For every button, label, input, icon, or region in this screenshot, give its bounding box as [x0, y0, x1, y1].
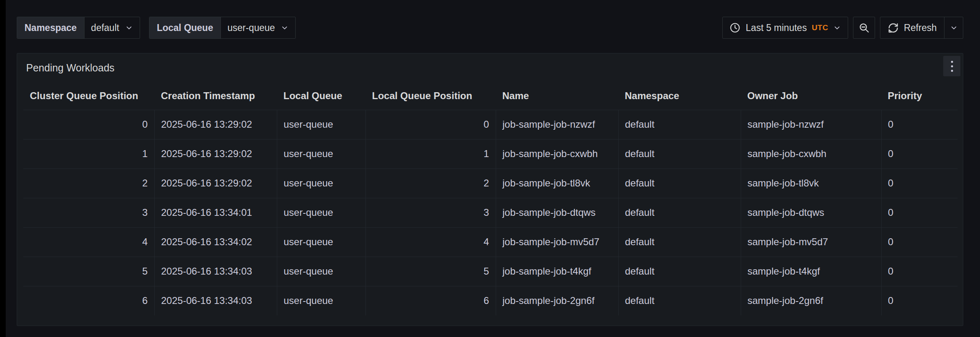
table-cell: 3 — [23, 198, 154, 227]
table-row: 02025-06-16 13:29:02user-queue0job-sampl… — [23, 110, 958, 139]
column-header[interactable]: Namespace — [618, 82, 741, 110]
table-cell: 2025-06-16 13:34:02 — [154, 227, 277, 257]
table-row: 22025-06-16 13:29:02user-queue2job-sampl… — [23, 168, 958, 198]
table-cell: 1 — [365, 139, 496, 168]
column-header[interactable]: Priority — [881, 82, 958, 110]
variable-namespace-value: default — [91, 22, 119, 33]
chevron-down-icon — [281, 24, 289, 32]
table-cell: 4 — [365, 227, 496, 257]
table-cell: job-sample-job-2gn6f — [496, 286, 618, 315]
table-cell: 0 — [881, 139, 958, 168]
toolbar-right-group: Last 5 minutes UTC — [722, 17, 963, 39]
variable-local-queue-select[interactable]: user-queue — [221, 17, 295, 38]
refresh-label: Refresh — [904, 22, 937, 33]
table-cell: job-sample-job-cxwbh — [496, 139, 618, 168]
table-cell: sample-job-cxwbh — [741, 139, 881, 168]
table-cell: job-sample-job-nzwzf — [496, 110, 618, 139]
column-header[interactable]: Cluster Queue Position — [23, 82, 154, 110]
table-cell: 2 — [365, 168, 496, 198]
table-row: 42025-06-16 13:34:02user-queue4job-sampl… — [23, 227, 958, 257]
table-cell: sample-job-2gn6f — [741, 286, 881, 315]
timezone-label: UTC — [812, 23, 829, 32]
chevron-down-icon — [833, 24, 841, 32]
data-table: Cluster Queue PositionCreation Timestamp… — [23, 82, 958, 315]
kebab-menu-icon — [951, 61, 953, 72]
table-cell: default — [618, 286, 741, 315]
table-cell: user-queue — [277, 168, 365, 198]
table-cell: default — [618, 257, 741, 286]
column-header[interactable]: Local Queue Position — [365, 82, 496, 110]
table-cell: job-sample-job-tl8vk — [496, 168, 618, 198]
table-cell: 2025-06-16 13:29:02 — [154, 168, 277, 198]
refresh-interval-dropdown[interactable] — [944, 17, 963, 38]
table-row: 52025-06-16 13:34:03user-queue5job-sampl… — [23, 257, 958, 286]
table-body: 02025-06-16 13:29:02user-queue0job-sampl… — [23, 110, 958, 315]
variable-local-queue-value: user-queue — [227, 22, 275, 33]
table-row: 12025-06-16 13:29:02user-queue1job-sampl… — [23, 139, 958, 168]
refresh-icon — [888, 22, 899, 33]
table-cell: default — [618, 168, 741, 198]
table-cell: sample-job-mv5d7 — [741, 227, 881, 257]
variable-namespace-select[interactable]: default — [85, 17, 140, 38]
refresh-button[interactable]: Refresh — [880, 17, 944, 38]
dashboard-content: Namespace default Local Queue user-queue — [17, 17, 963, 326]
variable-namespace: Namespace default — [17, 17, 140, 39]
table-cell: 5 — [23, 257, 154, 286]
table-cell: user-queue — [277, 257, 365, 286]
dashboard-toolbar: Namespace default Local Queue user-queue — [17, 17, 963, 39]
table-cell: sample-job-t4kgf — [741, 257, 881, 286]
chevron-down-icon — [125, 24, 133, 32]
table-cell: default — [618, 110, 741, 139]
time-range-label: Last 5 minutes — [746, 22, 807, 33]
table-cell: 2025-06-16 13:34:03 — [154, 257, 277, 286]
table-cell: user-queue — [277, 139, 365, 168]
zoom-out-icon — [858, 22, 870, 33]
column-header[interactable]: Owner Job — [741, 82, 881, 110]
table-cell: default — [618, 139, 741, 168]
panel-title[interactable]: Pending Workloads — [26, 62, 114, 74]
variable-local-queue: Local Queue user-queue — [149, 17, 296, 39]
table-cell: 1 — [23, 139, 154, 168]
pending-workloads-table: Cluster Queue PositionCreation Timestamp… — [23, 82, 957, 315]
table-cell: 2025-06-16 13:29:02 — [154, 139, 277, 168]
panel-menu-button[interactable] — [943, 56, 960, 76]
table-cell: user-queue — [277, 110, 365, 139]
table-cell: 0 — [23, 110, 154, 139]
zoom-out-button[interactable] — [853, 17, 875, 39]
table-cell: job-sample-job-dtqws — [496, 198, 618, 227]
table-cell: 0 — [881, 168, 958, 198]
column-header[interactable]: Local Queue — [277, 82, 365, 110]
refresh-button-group: Refresh — [880, 17, 963, 39]
table-cell: default — [618, 198, 741, 227]
table-cell: 4 — [23, 227, 154, 257]
column-header[interactable]: Creation Timestamp — [154, 82, 277, 110]
table-cell: default — [618, 227, 741, 257]
table-cell: sample-job-tl8vk — [741, 168, 881, 198]
grafana-dashboard: Namespace default Local Queue user-queue — [0, 0, 980, 337]
pending-workloads-panel: Pending Workloads Cluster Queue Position… — [17, 53, 963, 326]
table-cell: user-queue — [277, 198, 365, 227]
table-header-row: Cluster Queue PositionCreation Timestamp… — [23, 82, 958, 110]
table-cell: job-sample-job-mv5d7 — [496, 227, 618, 257]
table-cell: 0 — [881, 110, 958, 139]
variable-namespace-label: Namespace — [17, 17, 85, 38]
time-picker-button[interactable]: Last 5 minutes UTC — [722, 17, 848, 39]
table-cell: user-queue — [277, 286, 365, 315]
table-cell: 2025-06-16 13:34:03 — [154, 286, 277, 315]
clock-icon — [729, 22, 741, 33]
table-cell: 6 — [23, 286, 154, 315]
table-cell: 2025-06-16 13:29:02 — [154, 110, 277, 139]
table-cell: 2 — [23, 168, 154, 198]
table-cell: 0 — [881, 198, 958, 227]
column-header[interactable]: Name — [496, 82, 618, 110]
table-cell: 6 — [365, 286, 496, 315]
table-cell: 5 — [365, 257, 496, 286]
table-cell: 0 — [365, 110, 496, 139]
chevron-down-icon — [950, 24, 958, 32]
table-row: 32025-06-16 13:34:01user-queue3job-sampl… — [23, 198, 958, 227]
table-cell: job-sample-job-t4kgf — [496, 257, 618, 286]
table-cell: 0 — [881, 227, 958, 257]
table-row: 62025-06-16 13:34:03user-queue6job-sampl… — [23, 286, 958, 315]
table-cell: sample-job-dtqws — [741, 198, 881, 227]
table-cell: 0 — [881, 257, 958, 286]
